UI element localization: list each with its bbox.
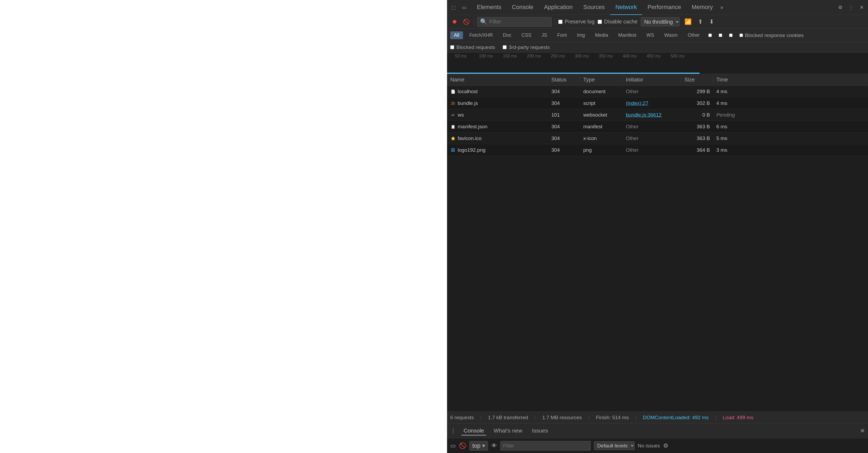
filter-btn-fetch[interactable]: Fetch/XHR bbox=[466, 31, 497, 39]
table-row[interactable]: ⇄ ws 101 websocket bundle.js:36612 0 B P… bbox=[447, 109, 868, 121]
file-icon-js: JS bbox=[450, 100, 456, 106]
console-filter-input[interactable] bbox=[500, 441, 591, 451]
blocked-response-checkbox[interactable] bbox=[740, 33, 743, 37]
table-row[interactable]: 📋 manifest.json 304 manifest Other 363 B… bbox=[447, 121, 868, 132]
row-status-4: 304 bbox=[548, 135, 580, 141]
col-header-type[interactable]: Type bbox=[580, 77, 623, 83]
filter-btn-manifest[interactable]: Manifest bbox=[614, 31, 640, 39]
third-party-checkbox[interactable] bbox=[503, 45, 507, 49]
blocked-response-label: Blocked response cookies bbox=[745, 32, 804, 38]
tick-400ms: 400 ms bbox=[623, 54, 637, 59]
hide-extension-urls-group bbox=[729, 33, 735, 37]
row-name-logo[interactable]: 🖼 logo192.png bbox=[447, 147, 548, 153]
file-icon-doc: 📄 bbox=[450, 89, 456, 94]
console-menu-icon[interactable]: ⋮ bbox=[450, 427, 456, 434]
col-header-initiator[interactable]: Initiator bbox=[623, 77, 681, 83]
console-close-icon[interactable]: ✕ bbox=[860, 427, 865, 434]
bottom-layout-icon[interactable]: ▭ bbox=[450, 442, 456, 449]
hide-extension-urls-checkbox[interactable] bbox=[729, 33, 733, 37]
file-icon-ico: ⭐ bbox=[450, 136, 456, 141]
col-header-name[interactable]: Name bbox=[447, 77, 548, 83]
filter-btn-other[interactable]: Other bbox=[684, 31, 704, 39]
blocked-requests-item[interactable]: Blocked requests bbox=[450, 44, 495, 50]
tab-console[interactable]: Console bbox=[507, 0, 539, 15]
inspect-icon[interactable]: ⬚ bbox=[449, 3, 458, 12]
col-header-size[interactable]: Size bbox=[681, 77, 713, 83]
bottom-clear-icon[interactable]: 🚫 bbox=[459, 442, 466, 449]
row-initiator-2[interactable]: bundle.js:36612 bbox=[623, 112, 681, 118]
console-tab-console[interactable]: Console bbox=[461, 426, 486, 435]
clear-button[interactable]: 🚫 bbox=[462, 18, 470, 26]
invert-checkbox[interactable] bbox=[708, 33, 712, 37]
row-name-bundle[interactable]: JS bundle.js bbox=[447, 100, 548, 106]
download-icon[interactable]: ⬇ bbox=[708, 17, 716, 26]
disable-cache-checkbox[interactable] bbox=[598, 20, 602, 24]
row-name-favicon[interactable]: ⭐ favicon.ico bbox=[447, 135, 548, 141]
filter-search[interactable]: 🔍 bbox=[477, 17, 552, 27]
filename: favicon.ico bbox=[458, 135, 482, 141]
top-selector[interactable]: top ▾ bbox=[469, 441, 488, 451]
throttle-select[interactable]: No throttling bbox=[641, 17, 680, 26]
record-button[interactable]: ⏺ bbox=[450, 18, 459, 26]
filter-input[interactable] bbox=[489, 19, 549, 25]
col-header-time[interactable]: Time bbox=[713, 77, 868, 83]
filter-btn-js[interactable]: JS bbox=[538, 31, 551, 39]
row-initiator-4: Other bbox=[623, 135, 681, 141]
table-row[interactable]: ⭐ favicon.ico 304 x-icon Other 363 B 5 m… bbox=[447, 132, 868, 144]
row-initiator-1[interactable]: (index):27 bbox=[623, 100, 681, 106]
row-status-2: 101 bbox=[548, 112, 580, 118]
console-tab-whats-new[interactable]: What's new bbox=[492, 426, 524, 435]
filter-btn-ws[interactable]: WS bbox=[643, 31, 658, 39]
bottom-settings-icon[interactable]: ⚙ bbox=[663, 442, 669, 449]
tick-150ms: 150 ms bbox=[503, 54, 517, 59]
network-status-bar: 6 requests | 1.7 kB transferred | 1.7 MB… bbox=[447, 412, 868, 423]
tab-sources[interactable]: Sources bbox=[578, 0, 610, 15]
settings-gear-icon[interactable]: ⚙ bbox=[836, 3, 845, 12]
row-size-1: 302 B bbox=[681, 100, 713, 106]
wifi-icon[interactable]: 📶 bbox=[683, 17, 693, 26]
filter-btn-css[interactable]: CSS bbox=[518, 31, 535, 39]
preserve-log-checkbox[interactable] bbox=[558, 20, 562, 24]
row-time-5: 3 ms bbox=[713, 147, 868, 153]
console-tab-issues[interactable]: Issues bbox=[530, 426, 550, 435]
status-dom-content-loaded: DOMContentLoaded: 492 ms bbox=[643, 415, 709, 421]
filter-btn-media[interactable]: Media bbox=[591, 31, 612, 39]
filter-btn-img[interactable]: Img bbox=[573, 31, 589, 39]
third-party-label: 3rd-party requests bbox=[509, 44, 550, 50]
table-row[interactable]: 📄 localhost 304 document Other 299 B 4 m… bbox=[447, 86, 868, 97]
filename: bundle.js bbox=[458, 100, 478, 106]
third-party-item[interactable]: 3rd-party requests bbox=[503, 44, 550, 50]
tab-network[interactable]: Network bbox=[610, 0, 642, 15]
more-tabs-icon[interactable]: » bbox=[718, 4, 725, 10]
row-name-ws[interactable]: ⇄ ws bbox=[447, 112, 548, 118]
table-row[interactable]: 🖼 logo192.png 304 png Other 364 B 3 ms bbox=[447, 144, 868, 156]
row-status-3: 304 bbox=[548, 124, 580, 130]
row-name-manifest[interactable]: 📋 manifest.json bbox=[447, 124, 548, 130]
col-header-status[interactable]: Status bbox=[548, 77, 580, 83]
hide-data-urls-group bbox=[719, 33, 724, 37]
row-size-4: 363 B bbox=[681, 135, 713, 141]
device-icon[interactable]: ▭ bbox=[460, 3, 468, 12]
filter-btn-font[interactable]: Font bbox=[554, 31, 570, 39]
filter-btn-doc[interactable]: Doc bbox=[499, 31, 515, 39]
customize-icon[interactable]: ⋮ bbox=[847, 3, 855, 12]
blocked-requests-checkbox[interactable] bbox=[450, 45, 454, 49]
upload-icon[interactable]: ⬆ bbox=[696, 17, 704, 26]
tab-application[interactable]: Application bbox=[538, 0, 578, 15]
network-request-list[interactable]: 📄 localhost 304 document Other 299 B 4 m… bbox=[447, 86, 868, 412]
hide-data-urls-checkbox[interactable] bbox=[719, 33, 722, 37]
eye-icon[interactable]: 👁 bbox=[491, 442, 497, 449]
tab-memory[interactable]: Memory bbox=[686, 0, 718, 15]
tab-performance[interactable]: Performance bbox=[642, 0, 686, 15]
disable-cache-group: Disable cache bbox=[598, 19, 638, 25]
preserve-log-group: Preserve log bbox=[558, 19, 594, 25]
tab-elements[interactable]: Elements bbox=[471, 0, 507, 15]
table-row[interactable]: JS bundle.js 304 script (index):27 302 B… bbox=[447, 97, 868, 109]
filter-btn-wasm[interactable]: Wasm bbox=[660, 31, 681, 39]
log-levels-select[interactable]: Default levels bbox=[594, 441, 634, 450]
filter-type-bar: All Fetch/XHR Doc CSS JS Font Img Media … bbox=[447, 29, 868, 42]
filter-btn-all[interactable]: All bbox=[450, 31, 463, 39]
row-time-2: Pending bbox=[713, 112, 868, 118]
row-name-localhost[interactable]: 📄 localhost bbox=[447, 89, 548, 94]
close-devtools-icon[interactable]: ✕ bbox=[857, 3, 866, 12]
